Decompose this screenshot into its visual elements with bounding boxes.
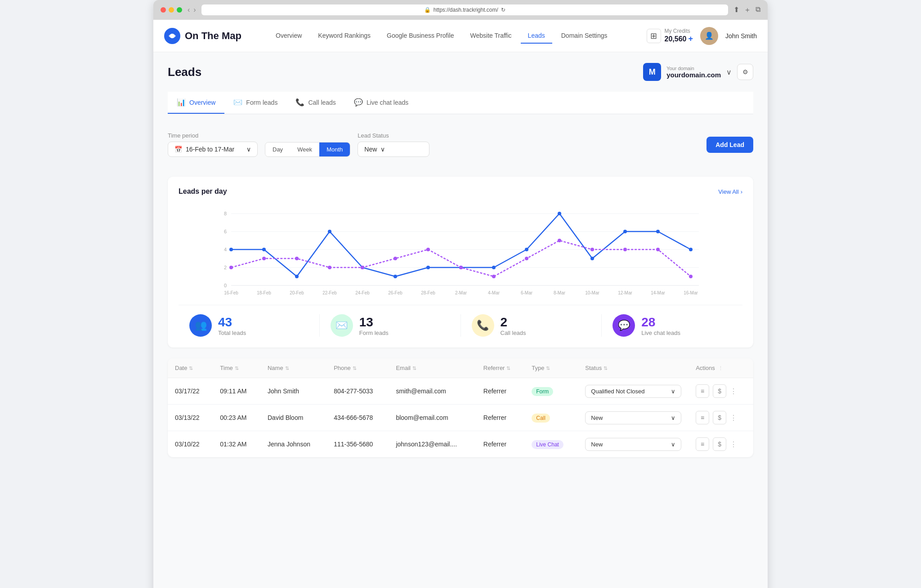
form-leads-stat: ✉️ 13 Form leads — [320, 314, 461, 337]
row2-status-value: New — [591, 414, 603, 421]
row2-status-dropdown[interactable]: New ∨ — [585, 411, 681, 424]
svg-point-22 — [558, 212, 561, 215]
date-picker[interactable]: 📅 16-Feb to 17-Mar ∨ — [168, 142, 258, 157]
domain-chevron-icon[interactable]: ∨ — [726, 68, 732, 76]
domain-selector: M Your domain yourdomain.com ∨ ⚙ — [643, 63, 753, 81]
phone-sort-icon[interactable]: ⇅ — [353, 365, 357, 371]
row3-type: Live Chat — [524, 431, 578, 458]
maximize-dot[interactable] — [177, 7, 182, 13]
minimize-dot[interactable] — [169, 7, 174, 13]
row2-actions: ≡ $ ⋮ — [689, 405, 753, 431]
row1-phone: 804-277-5033 — [326, 378, 389, 405]
credits-info: My Credits 20,560 + — [665, 28, 693, 44]
tab-overview[interactable]: 📊 Overview — [168, 92, 224, 114]
logo: On The Map — [164, 28, 254, 44]
tab-form-leads[interactable]: ✉️ Form leads — [224, 92, 286, 114]
svg-point-32 — [393, 257, 397, 260]
svg-point-21 — [525, 248, 528, 251]
name-sort-icon[interactable]: ⇅ — [285, 365, 289, 371]
row2-referrer: Referrer — [476, 405, 524, 431]
nav-keyword-rankings[interactable]: Keyword Rankings — [311, 28, 378, 44]
nav-domain-settings[interactable]: Domain Settings — [554, 28, 615, 44]
new-tab-icon[interactable]: ＋ — [744, 5, 751, 15]
nav-google-business[interactable]: Google Business Profile — [380, 28, 461, 44]
live-chat-leads-stat: 💬 28 Live chat leads — [602, 314, 742, 337]
live-chat-leads-label: Live chat leads — [641, 330, 680, 336]
form-leads-tab-icon: ✉️ — [233, 98, 242, 107]
call-leads-icon: 📞 — [472, 314, 494, 337]
share-icon[interactable]: ⬆ — [733, 5, 739, 15]
row2-status-chevron-icon: ∨ — [671, 414, 675, 421]
tab-live-chat-leads[interactable]: 💬 Live chat leads — [345, 92, 417, 114]
date-range-value: 16-Feb to 17-Mar — [186, 146, 243, 153]
row2-date: 03/13/22 — [168, 405, 213, 431]
lead-status-value: New — [364, 146, 377, 153]
time-sort-icon[interactable]: ⇅ — [235, 365, 239, 371]
row2-email: bloom@email.com — [389, 405, 476, 431]
total-leads-icon: 👥 — [189, 314, 212, 337]
form-leads-number: 13 — [359, 315, 389, 330]
row3-status-dropdown[interactable]: New ∨ — [585, 438, 681, 451]
row3-billing-button[interactable]: $ — [713, 437, 726, 451]
referrer-sort-icon[interactable]: ⇅ — [506, 365, 510, 371]
row3-action-icons: ≡ $ ⋮ — [696, 437, 746, 451]
row3-view-button[interactable]: ≡ — [696, 437, 709, 451]
add-credits-button[interactable]: + — [688, 34, 693, 44]
email-sort-icon[interactable]: ⇅ — [412, 365, 416, 371]
date-sort-icon[interactable]: ⇅ — [189, 365, 193, 371]
row1-status-dropdown[interactable]: Qualified Not Closed ∨ — [585, 385, 681, 398]
chart-container: 8 6 4 2 0 — [179, 205, 742, 305]
row2-more-button[interactable]: ⋮ — [730, 414, 737, 422]
top-nav: On The Map Overview Keyword Rankings Goo… — [153, 20, 768, 52]
status-sort-icon[interactable]: ⇅ — [604, 365, 608, 371]
svg-point-30 — [328, 266, 331, 269]
row1-more-button[interactable]: ⋮ — [730, 387, 737, 396]
row1-billing-button[interactable]: $ — [713, 384, 726, 398]
col-time: Time⇅ — [213, 358, 260, 378]
row3-more-button[interactable]: ⋮ — [730, 440, 737, 449]
credits-icon: ⊞ — [647, 29, 661, 43]
actions-menu-icon[interactable]: ⋮ — [718, 365, 723, 371]
svg-text:16-Feb: 16-Feb — [224, 290, 238, 295]
week-period-button[interactable]: Week — [290, 143, 319, 156]
type-sort-icon[interactable]: ⇅ — [546, 365, 550, 371]
lead-status-dropdown[interactable]: New ∨ — [358, 142, 429, 157]
app-container: On The Map Overview Keyword Rankings Goo… — [153, 20, 768, 588]
nav-leads[interactable]: Leads — [521, 28, 552, 44]
svg-text:4-Mar: 4-Mar — [488, 290, 500, 295]
nav-website-traffic[interactable]: Website Traffic — [463, 28, 519, 44]
settings-button[interactable]: ⚙ — [737, 64, 753, 80]
row2-view-button[interactable]: ≡ — [696, 411, 709, 424]
day-period-button[interactable]: Day — [265, 143, 290, 156]
col-date: Date⇅ — [168, 358, 213, 378]
live-chat-leads-number: 28 — [641, 315, 680, 330]
month-period-button[interactable]: Month — [319, 143, 350, 156]
row2-phone: 434-666-5678 — [326, 405, 389, 431]
svg-text:10-Mar: 10-Mar — [585, 290, 599, 295]
row2-billing-button[interactable]: $ — [713, 411, 726, 424]
nav-links: Overview Keyword Rankings Google Busines… — [268, 28, 632, 44]
chart-card: Leads per day View All › — [168, 177, 753, 347]
row1-action-icons: ≡ $ ⋮ — [696, 384, 746, 398]
date-col-label: Date — [175, 365, 187, 371]
security-icon: 🔒 — [424, 7, 431, 13]
add-lead-button[interactable]: Add Lead — [706, 137, 753, 153]
total-leads-stat: 👥 43 Total leads — [179, 314, 320, 337]
chart-header: Leads per day View All › — [179, 187, 742, 196]
tabs-icon[interactable]: ⧉ — [756, 5, 760, 15]
nav-overview[interactable]: Overview — [268, 28, 309, 44]
view-all-button[interactable]: View All › — [718, 188, 742, 195]
leads-table: Date⇅ Time⇅ Name⇅ Phone⇅ Email⇅ Referrer… — [168, 358, 753, 457]
back-icon[interactable]: ‹ — [188, 6, 190, 14]
svg-text:22-Feb: 22-Feb — [322, 290, 337, 295]
close-dot[interactable] — [161, 7, 166, 13]
reload-icon[interactable]: ↻ — [501, 7, 505, 13]
row1-view-button[interactable]: ≡ — [696, 384, 709, 398]
tab-call-leads[interactable]: 📞 Call leads — [286, 92, 344, 114]
row2-time: 00:23 AM — [213, 405, 260, 431]
view-all-arrow-icon: › — [741, 188, 742, 195]
url-bar[interactable]: 🔒 https://dash.trackright.com/ ↻ — [201, 4, 728, 15]
col-status: Status⇅ — [578, 358, 689, 378]
forward-icon[interactable]: › — [193, 6, 196, 14]
user-name: John Smith — [725, 32, 757, 40]
